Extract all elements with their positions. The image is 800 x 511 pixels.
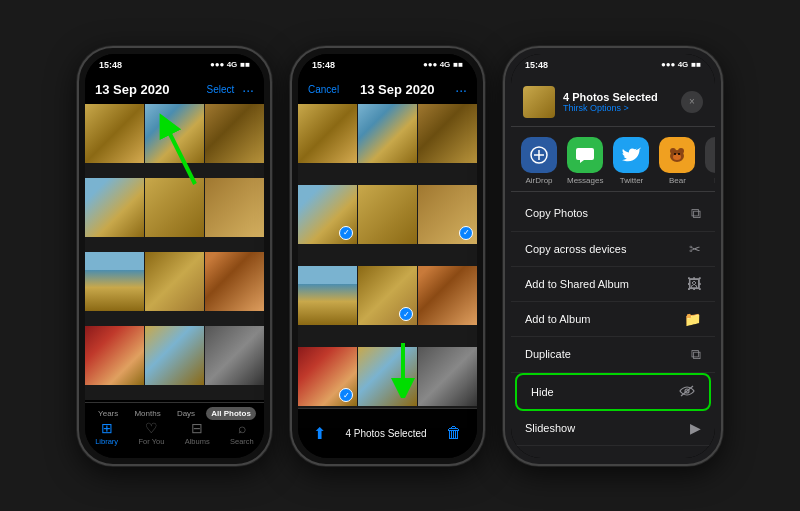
filter-row: Years Months Days All Photos (85, 407, 264, 420)
menu-duplicate[interactable]: Duplicate ⧉ (511, 337, 715, 373)
photo-cell-sel[interactable] (418, 266, 477, 325)
airdrop-app[interactable]: AirDrop (521, 137, 557, 185)
menu-add-album-label: Add to Album (525, 313, 590, 325)
photo-cell-sel[interactable] (418, 104, 477, 163)
selection-bar: ⬆ 4 Photos Selected 🗑 (298, 408, 477, 458)
photo-cell[interactable] (145, 252, 204, 311)
menu-icloud-link[interactable]: Copy iCloud Link ☁ (511, 446, 715, 458)
more-icon: ··· (705, 137, 715, 173)
share-panel: 15:48 ●●● 4G ■■ 4 Photos Selected Thirsk… (503, 46, 723, 466)
photo-cell-sel[interactable]: ✓ (358, 266, 417, 325)
menu-copy-across-label: Copy across devices (525, 243, 627, 255)
more-apps[interactable]: ··· More (705, 137, 715, 185)
for-you-icon: ♡ (138, 420, 164, 436)
time-3: 15:48 (525, 60, 548, 70)
top-bar-1: 13 Sep 2020 Select ··· (85, 76, 264, 104)
menu-copy-photos[interactable]: Copy Photos ⧉ (511, 196, 715, 232)
time-2: 15:48 (312, 60, 335, 70)
bear-icon (659, 137, 695, 173)
photo-cell[interactable] (145, 326, 204, 385)
menu-slideshow-label: Slideshow (525, 422, 575, 434)
photo-cell-sel[interactable] (298, 266, 357, 325)
tab-albums-label: Albums (185, 437, 210, 446)
twitter-label: Twitter (620, 176, 644, 185)
status-bar-3: 15:48 ●●● 4G ■■ (511, 54, 715, 76)
filter-years[interactable]: Years (93, 407, 123, 420)
photo-cell-sel[interactable]: ✓ (298, 347, 357, 406)
check-mark: ✓ (459, 226, 473, 240)
add-shared-icon: 🖼 (687, 276, 701, 292)
menu-add-album[interactable]: Add to Album 📁 (511, 302, 715, 337)
twitter-icon (613, 137, 649, 173)
menu-duplicate-label: Duplicate (525, 348, 571, 360)
photo-cell[interactable] (85, 178, 144, 237)
svg-line-0 (165, 124, 195, 184)
svg-point-6 (673, 154, 681, 160)
photo-cell-sel[interactable]: ✓ (418, 185, 477, 244)
airdrop-icon (521, 137, 557, 173)
tab-for-you[interactable]: ♡ For You (138, 420, 164, 446)
photo-cell[interactable] (85, 252, 144, 311)
status-bar-2: 15:48 ●●● 4G ■■ (298, 54, 477, 76)
selection-count: 4 Photos Selected (326, 428, 446, 439)
tab-search[interactable]: ⌕ Search (230, 420, 254, 446)
bottom-nav-1: Years Months Days All Photos ⊞ Library ♡… (85, 402, 264, 458)
photo-cell-sel[interactable] (298, 104, 357, 163)
search-icon: ⌕ (230, 420, 254, 436)
bear-app[interactable]: Bear (659, 137, 695, 185)
photo-cell-sel[interactable] (358, 185, 417, 244)
library-icon: ⊞ (95, 420, 118, 436)
date-title-1: 13 Sep 2020 (95, 82, 169, 97)
share-title: 4 Photos Selected (563, 91, 658, 103)
photo-cell-sel[interactable]: ✓ (298, 185, 357, 244)
phone-2: 15:48 ●●● 4G ■■ Cancel 13 Sep 2020 ··· ✓… (290, 46, 485, 466)
twitter-app[interactable]: Twitter (613, 137, 649, 185)
time-1: 15:48 (99, 60, 122, 70)
photo-cell[interactable] (85, 104, 144, 163)
menu-add-shared-label: Add to Shared Album (525, 278, 629, 290)
menu-copy-across[interactable]: Copy across devices ✂ (511, 232, 715, 267)
menu-icloud-label: Copy iCloud Link (525, 457, 608, 458)
photo-cell[interactable] (205, 252, 264, 311)
close-button[interactable]: × (681, 91, 703, 113)
slideshow-icon: ▶ (690, 420, 701, 436)
more-button-1[interactable]: ··· (242, 82, 254, 98)
add-album-icon: 📁 (684, 311, 701, 327)
messages-app[interactable]: Messages (567, 137, 603, 185)
filter-days[interactable]: Days (172, 407, 200, 420)
battery-3: ■■ (691, 60, 701, 69)
messages-icon (567, 137, 603, 173)
menu-add-shared[interactable]: Add to Shared Album 🖼 (511, 267, 715, 302)
photo-cell[interactable] (85, 326, 144, 385)
share-icon[interactable]: ⬆ (313, 424, 326, 443)
tab-library[interactable]: ⊞ Library (95, 420, 118, 446)
menu-hide[interactable]: Hide (515, 373, 711, 411)
select-button-1[interactable]: Select (207, 84, 235, 95)
share-thumbnail (523, 86, 555, 118)
status-bar-1: 15:48 ●●● 4G ■■ (85, 54, 264, 76)
battery-1: ■■ (240, 60, 250, 69)
photo-cell-sel[interactable] (358, 104, 417, 163)
share-header: 4 Photos Selected Thirsk Options > × (511, 76, 715, 127)
menu-hide-label: Hide (531, 386, 554, 398)
filter-all-photos[interactable]: All Photos (206, 407, 256, 420)
tab-albums[interactable]: ⊟ Albums (185, 420, 210, 446)
copy-photos-icon: ⧉ (691, 205, 701, 222)
battery-2: ■■ (453, 60, 463, 69)
signal-1: ●●● 4G (210, 60, 237, 69)
share-subtitle[interactable]: Thirsk Options > (563, 103, 658, 113)
tab-search-label: Search (230, 437, 254, 446)
check-mark: ✓ (399, 307, 413, 321)
photo-cell[interactable] (205, 326, 264, 385)
signal-3: ●●● 4G (661, 60, 688, 69)
svg-point-7 (674, 153, 676, 155)
more-button-2[interactable]: ··· (455, 82, 467, 98)
signal-2: ●●● 4G (423, 60, 450, 69)
menu-list: Copy Photos ⧉ Copy across devices ✂ Add … (511, 192, 715, 458)
trash-icon[interactable]: 🗑 (446, 424, 462, 442)
menu-slideshow[interactable]: Slideshow ▶ (511, 411, 715, 446)
filter-months[interactable]: Months (129, 407, 165, 420)
cancel-button[interactable]: Cancel (308, 84, 339, 95)
green-arrow-down (378, 338, 428, 398)
svg-point-8 (678, 153, 680, 155)
